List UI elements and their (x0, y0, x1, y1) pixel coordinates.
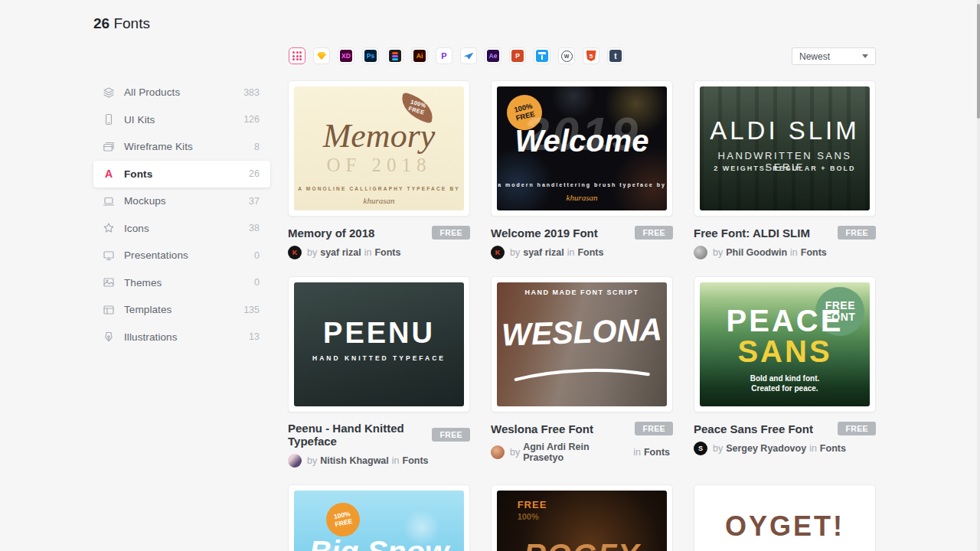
product-thumbnail[interactable]: ALDI SLIM HANDWRITTEN SANS SERIF 2 WEIGH… (694, 80, 876, 217)
sidebar-item-all-products[interactable]: All Products 383 (93, 79, 270, 106)
sidebar-item-label: Presentations (124, 249, 254, 261)
product-thumbnail[interactable]: PEENU HAND KNITTED TYPEFACE (288, 276, 470, 412)
sidebar-item-fonts[interactable]: A Fonts 26 (93, 161, 270, 188)
author-avatar[interactable] (694, 246, 707, 259)
category-link[interactable]: Fonts (403, 455, 429, 466)
filter-keynote[interactable] (534, 47, 550, 64)
in-label: in (364, 247, 372, 258)
art-heading2: SANS (700, 334, 870, 369)
author-avatar[interactable]: K (491, 246, 505, 259)
filter-photoshop[interactable]: Ps (362, 47, 379, 64)
laptop-icon (103, 195, 115, 207)
filter-figma[interactable] (387, 47, 403, 64)
author-link[interactable]: syaf rizal (320, 247, 361, 258)
powerpoint-icon: P (511, 50, 524, 62)
product-title[interactable]: Peace Sans Free Font (694, 422, 838, 435)
sidebar-item-label: Fonts (124, 168, 249, 180)
scrollbar-track[interactable] (977, 0, 980, 551)
author-link[interactable]: Nitish Khagwal (320, 455, 389, 466)
category-link[interactable]: Fonts (801, 247, 827, 258)
author-avatar[interactable] (288, 454, 302, 468)
author-link[interactable]: Agni Ardi Rein Prasetyo (523, 442, 630, 463)
author-avatar[interactable] (491, 445, 505, 459)
filter-illustrator[interactable]: Ai (411, 47, 428, 64)
filter-principle[interactable]: P (436, 47, 452, 64)
sidebar-item-count: 383 (243, 87, 260, 98)
filter-sketch[interactable] (313, 47, 330, 64)
thumbnail-art: 100%FREE 2019 Welcome a modern handlette… (497, 86, 667, 210)
thumbnail-art: FREE 100% ROGFY (497, 491, 667, 551)
monitor-icon (103, 249, 115, 262)
art-heading: Memory (294, 116, 464, 155)
by-label: by (307, 455, 317, 466)
category-link[interactable]: Fonts (820, 443, 846, 454)
layers-icon (103, 86, 115, 99)
product-title[interactable]: Welcome 2019 Font (491, 227, 635, 240)
sidebar-item-mockups[interactable]: Mockups 37 (93, 187, 270, 215)
product-card: FREEFONT PEACE SANS Bold and kind font. … (694, 276, 876, 468)
product-thumbnail[interactable]: 100%FREE Big Snow (288, 484, 470, 551)
app-filter-bar: XD Ps Ai P Ae P W 5 t (289, 47, 624, 64)
sidebar-item-count: 13 (249, 331, 260, 342)
author-link[interactable]: syaf rizal (523, 247, 564, 258)
filter-powerpoint[interactable]: P (509, 47, 526, 64)
category-link[interactable]: Fonts (374, 247, 400, 258)
sidebar-item-count: 38 (249, 223, 260, 233)
product-thumbnail[interactable]: OYGET! A HANDWRITING BRUSH TYPEFACE BY P… (694, 484, 876, 551)
sidebar-item-illustrations[interactable]: Illustrations 13 (93, 324, 270, 351)
product-grid: 100%FREE Memory OF 2018 A MONOLINE CALLI… (288, 80, 876, 551)
flinto-icon (464, 53, 474, 60)
filter-wordpress[interactable]: W (558, 47, 575, 64)
product-thumbnail[interactable]: HAND MADE FONT SCRIPT WESLONA (491, 276, 673, 412)
product-card: PEENU HAND KNITTED TYPEFACE Peenu - Hand… (288, 276, 470, 468)
by-label: by (510, 447, 520, 458)
sort-dropdown[interactable]: Newest (792, 47, 876, 65)
product-thumbnail[interactable]: 100%FREE 2019 Welcome a modern handlette… (491, 80, 673, 217)
product-title[interactable]: Peenu - Hand Knitted Typeface (288, 422, 432, 448)
author-link[interactable]: Phil Goodwin (726, 247, 787, 258)
filter-all-apps[interactable] (289, 47, 305, 64)
author-link[interactable]: Sergey Ryadovoy (726, 443, 806, 454)
filter-flinto[interactable] (460, 47, 477, 64)
product-thumbnail[interactable]: FREEFONT PEACE SANS Bold and kind font. … (694, 276, 876, 412)
sidebar-item-label: Wireframe Kits (124, 141, 254, 152)
grid-dots-icon (292, 51, 302, 60)
sidebar-item-count: 135 (243, 305, 260, 315)
sidebar-item-label: Mockups (124, 195, 249, 207)
product-card: HAND MADE FONT SCRIPT WESLONA Weslona Fr… (491, 276, 673, 468)
sidebar-item-count: 0 (254, 250, 260, 261)
category-link[interactable]: Fonts (644, 447, 670, 458)
author-avatar[interactable]: K (288, 246, 302, 259)
art-heading: PEENU (294, 317, 464, 350)
free-badge: FREE (432, 428, 470, 442)
author-avatar[interactable]: S (694, 442, 707, 455)
scrollbar-thumb[interactable] (977, 4, 980, 119)
filter-html5[interactable]: 5 (583, 47, 599, 64)
sidebar-item-icons[interactable]: Icons 38 (93, 215, 270, 243)
product-card: FREE 100% ROGFY (491, 484, 673, 551)
filter-adobe-xd[interactable]: XD (338, 47, 354, 64)
sort-value: Newest (799, 51, 830, 62)
sidebar-item-themes[interactable]: Themes 0 (93, 269, 270, 297)
product-thumbnail[interactable]: 100%FREE Memory OF 2018 A MONOLINE CALLI… (288, 80, 470, 217)
art-tagline: A MONOLINE CALLIGRAPHY TYPEFACE BY (294, 186, 464, 191)
art-line1: HAND KNITTED TYPEFACE (294, 354, 464, 362)
product-title[interactable]: Weslona Free Font (491, 422, 635, 435)
sidebar-item-presentations[interactable]: Presentations 0 (93, 242, 270, 269)
browser-stack-icon (103, 141, 115, 153)
window-layout-icon (103, 304, 115, 316)
filter-after-effects[interactable]: Ae (485, 47, 501, 64)
in-label: in (392, 455, 400, 466)
product-thumbnail[interactable]: FREE 100% ROGFY (491, 484, 673, 551)
in-label: in (809, 443, 817, 454)
sidebar-item-wireframe-kits[interactable]: Wireframe Kits 8 (93, 133, 270, 161)
sidebar-item-templates[interactable]: Templates 135 (93, 296, 270, 324)
product-title[interactable]: Memory of 2018 (288, 227, 432, 240)
in-label: in (567, 247, 575, 258)
sidebar-item-ui-kits[interactable]: UI Kits 126 (93, 106, 270, 134)
filter-tumblr[interactable]: t (607, 47, 624, 64)
category-link[interactable]: Fonts (577, 247, 603, 258)
sidebar-item-label: Illustrations (124, 331, 249, 343)
mobile-icon (103, 113, 115, 126)
product-title[interactable]: Free Font: ALDI SLIM (694, 227, 838, 240)
